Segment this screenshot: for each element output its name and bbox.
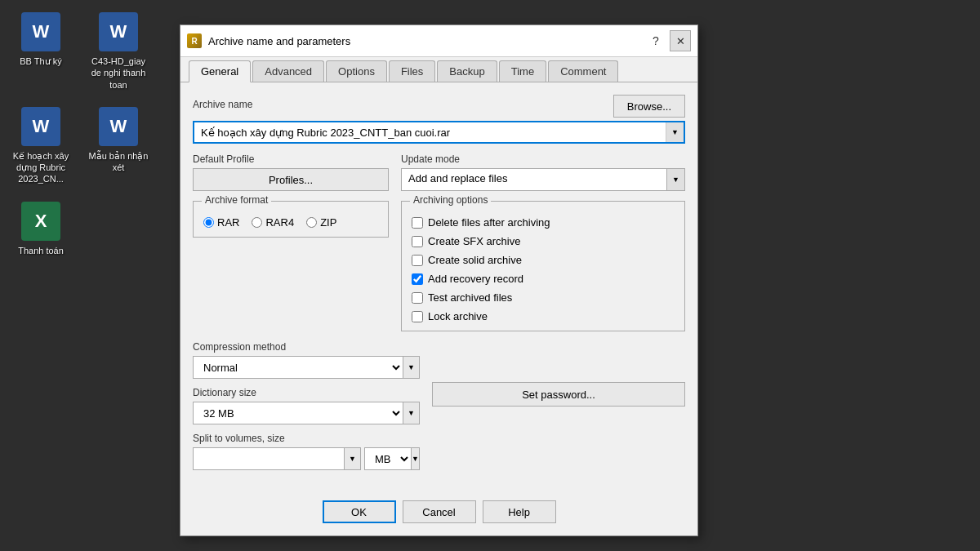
archive-name-section: Archive name Browse... ▼: [193, 95, 685, 144]
password-section: Set password...: [432, 341, 685, 470]
archive-format-radios: RAR RAR4 ZIP: [203, 210, 378, 229]
compression-dict-row: Compression method Normal ▼ Dictionary s…: [193, 341, 685, 470]
archive-name-input[interactable]: [194, 122, 666, 142]
update-mode-select[interactable]: Add and replace files ▼: [401, 168, 685, 191]
dictionary-size-dropdown[interactable]: 32 MB: [194, 402, 403, 424]
radio-zip[interactable]: ZIP: [306, 216, 336, 229]
checkbox-delete-files[interactable]: Delete files after archiving: [412, 216, 675, 229]
dictionary-size-select[interactable]: 32 MB ▼: [193, 402, 420, 424]
desktop-label-mau-ban: Mẫu bản nhận xét: [86, 150, 151, 174]
dictionary-size-label: Dictionary size: [193, 387, 420, 398]
checkbox-lock-archive[interactable]: Lock archive: [412, 310, 675, 322]
archive-format-group: Archive format RAR RAR4 ZIP: [193, 201, 389, 238]
split-unit-select[interactable]: MB ▼: [364, 447, 420, 470]
tab-time[interactable]: Time: [499, 60, 546, 82]
desktop-icon-mau-ban[interactable]: W Mẫu bản nhận xét: [82, 103, 155, 189]
split-unit-dropdown[interactable]: MB: [365, 448, 411, 469]
profile-section: Default Profile Profiles...: [193, 153, 389, 191]
tab-advanced[interactable]: Advanced: [252, 60, 324, 82]
tab-options[interactable]: Options: [326, 60, 387, 82]
archiving-options-section: Archiving options Delete files after arc…: [401, 201, 685, 331]
dialog-content: Archive name Browse... ▼ Default Profile…: [180, 82, 697, 492]
word-icon-mau-ban: W: [99, 107, 138, 146]
split-input-select[interactable]: ▼: [193, 447, 361, 470]
checkbox-test-archived[interactable]: Test archived files: [412, 291, 675, 304]
desktop-label-bb-thu-ky: BB Thư ký: [20, 56, 61, 67]
checkbox-create-solid[interactable]: Create solid archive: [412, 254, 675, 266]
archive-format-section: Archive format RAR RAR4 ZIP: [193, 201, 389, 331]
split-volumes-row: ▼ MB ▼: [193, 447, 420, 470]
tab-backup[interactable]: Backup: [437, 60, 497, 82]
dialog-footer: OK Cancel Help: [180, 492, 697, 535]
desktop-label-c43: C43-HD_giay de nghi thanh toan: [86, 56, 151, 91]
archiving-options-label: Archiving options: [410, 194, 491, 206]
desktop: W BB Thư ký W C43-HD_giay de nghi thanh …: [0, 0, 180, 551]
default-profile-label: Default Profile: [193, 153, 389, 165]
compression-method-dropdown[interactable]: Normal: [194, 357, 403, 378]
tab-comment[interactable]: Comment: [548, 60, 618, 82]
word-icon-c43: W: [99, 12, 138, 51]
help-title-btn[interactable]: ?: [645, 30, 666, 51]
checkbox-add-recovery[interactable]: Add recovery record: [412, 273, 675, 285]
profiles-button[interactable]: Profiles...: [193, 168, 389, 191]
archiving-options-group: Archiving options Delete files after arc…: [401, 201, 685, 331]
compression-method-label: Compression method: [193, 341, 420, 353]
split-size-input[interactable]: [194, 448, 344, 469]
checkbox-create-sfx[interactable]: Create SFX archive: [412, 235, 675, 247]
title-bar-left: R Archive name and parameters: [187, 33, 350, 48]
set-password-button[interactable]: Set password...: [432, 382, 685, 407]
title-bar: R Archive name and parameters ? ✕: [180, 25, 697, 57]
desktop-icon-c43-hd[interactable]: W C43-HD_giay de nghi thanh toan: [82, 8, 155, 95]
close-button[interactable]: ✕: [670, 30, 691, 51]
format-options-row: Archive format RAR RAR4 ZIP: [193, 201, 685, 331]
split-unit-arrow[interactable]: ▼: [411, 448, 419, 469]
dictionary-arrow[interactable]: ▼: [403, 402, 419, 424]
desktop-label-thanh-toan: Thanh toán: [18, 245, 64, 256]
compression-arrow[interactable]: ▼: [403, 357, 419, 378]
dialog-title: Archive name and parameters: [208, 35, 350, 47]
archive-dialog: R Archive name and parameters ? ✕ Genera…: [180, 24, 698, 536]
cancel-button[interactable]: Cancel: [403, 500, 476, 523]
help-button[interactable]: Help: [483, 500, 556, 523]
archive-name-dropdown-arrow[interactable]: ▼: [666, 122, 684, 142]
app-icon: R: [187, 33, 202, 48]
word-icon-ke-hoach: W: [21, 107, 60, 146]
excel-icon-thanh-toan: X: [21, 202, 60, 241]
split-size-arrow[interactable]: ▼: [344, 448, 360, 469]
update-mode-section: Update mode Add and replace files ▼: [401, 153, 685, 191]
tab-files[interactable]: Files: [389, 60, 435, 82]
desktop-label-ke-hoach: Kế hoạch xây dựng Rubric 2023_CN...: [8, 150, 74, 185]
tab-general[interactable]: General: [189, 60, 251, 82]
update-mode-arrow[interactable]: ▼: [666, 169, 684, 190]
word-icon-bb-thu-ky: W: [21, 12, 60, 51]
update-mode-value: Add and replace files: [402, 169, 666, 190]
desktop-icon-thanh-toan[interactable]: X Thanh toán: [4, 198, 78, 260]
radio-rar4[interactable]: RAR4: [252, 216, 294, 229]
archive-format-label: Archive format: [202, 194, 271, 206]
split-volumes-label: Split to volumes, size: [193, 433, 420, 444]
title-bar-buttons: ? ✕: [645, 30, 691, 51]
desktop-icon-ke-hoach[interactable]: W Kế hoạch xây dựng Rubric 2023_CN...: [4, 103, 78, 189]
radio-rar[interactable]: RAR: [203, 216, 239, 229]
ok-button[interactable]: OK: [323, 500, 396, 523]
tab-bar: General Advanced Options Files Backup Ti…: [180, 57, 697, 82]
archive-name-label: Archive name: [193, 99, 252, 110]
update-mode-label: Update mode: [401, 153, 685, 165]
compression-section: Compression method Normal ▼ Dictionary s…: [193, 341, 420, 470]
desktop-icon-bb-thu-ky[interactable]: W BB Thư ký: [4, 8, 78, 95]
browse-button[interactable]: Browse...: [613, 95, 685, 118]
archive-name-row: Archive name Browse...: [193, 95, 685, 118]
compression-method-select[interactable]: Normal ▼: [193, 356, 420, 379]
profile-update-row: Default Profile Profiles... Update mode …: [193, 153, 685, 191]
archive-name-input-row[interactable]: ▼: [193, 121, 685, 144]
